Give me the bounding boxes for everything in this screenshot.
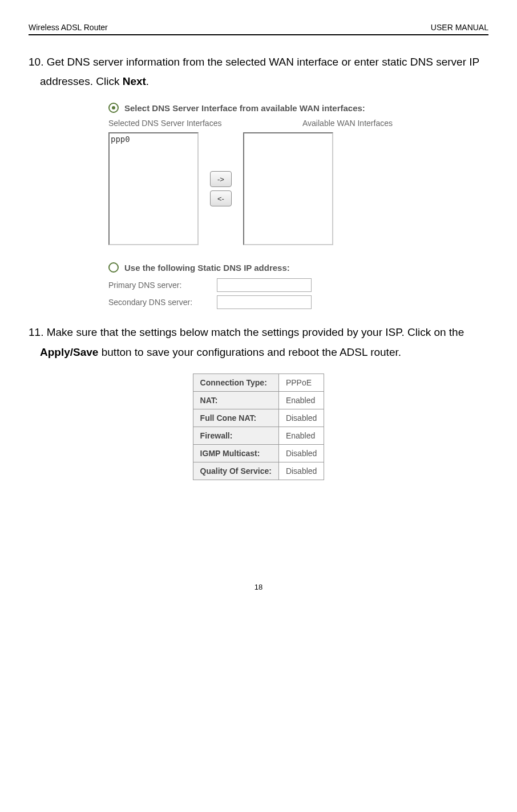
step-bold: Apply/Save xyxy=(40,346,98,358)
setting-value: Disabled xyxy=(278,409,324,427)
dns-screenshot: Select DNS Server Interface from availab… xyxy=(108,103,488,245)
primary-dns-input[interactable] xyxy=(217,278,312,292)
primary-dns-label: Primary DNS server: xyxy=(108,281,217,290)
table-row: Connection Type:PPPoE xyxy=(193,373,324,391)
header-divider xyxy=(29,34,488,35)
step-text-after: button to save your configurations and r… xyxy=(98,346,401,358)
table-row: IGMP Multicast:Disabled xyxy=(193,444,324,462)
radio-selected-icon xyxy=(108,103,119,113)
move-left-button[interactable]: <- xyxy=(210,190,232,206)
table-row: NAT:Enabled xyxy=(193,391,324,409)
setting-value: Disabled xyxy=(278,444,324,462)
setting-label: Connection Type: xyxy=(193,373,278,391)
table-row: Firewall:Enabled xyxy=(193,427,324,444)
secondary-dns-input[interactable] xyxy=(217,295,312,309)
list-item[interactable]: ppp0 xyxy=(111,135,196,144)
step-number: 10. xyxy=(29,56,43,68)
setting-label: Firewall: xyxy=(193,427,278,444)
step-10: 10. Get DNS server information from the … xyxy=(40,52,488,91)
page-footer: 18 xyxy=(29,583,488,591)
header-right: USER MANUAL xyxy=(431,23,488,32)
setting-label: Full Cone NAT: xyxy=(193,409,278,427)
column-labels: Selected DNS Server Interfaces Available… xyxy=(108,119,488,128)
step-bold: Next xyxy=(123,75,146,87)
secondary-dns-label: Secondary DNS server: xyxy=(108,298,217,307)
radio-2-label: Use the following Static DNS IP address: xyxy=(124,263,290,273)
secondary-dns-row: Secondary DNS server: xyxy=(108,295,488,309)
arrow-buttons: -> <- xyxy=(210,171,232,206)
radio-option-2[interactable]: Use the following Static DNS IP address: xyxy=(108,262,488,273)
setting-value: Enabled xyxy=(278,427,324,444)
setting-label: IGMP Multicast: xyxy=(193,444,278,462)
static-dns-section: Use the following Static DNS IP address:… xyxy=(108,262,488,309)
move-right-button[interactable]: -> xyxy=(210,171,232,187)
radio-option-1[interactable]: Select DNS Server Interface from availab… xyxy=(108,103,488,113)
step-text: Get DNS server information from the sele… xyxy=(40,56,479,87)
table-row: Full Cone NAT:Disabled xyxy=(193,409,324,427)
selected-interfaces-label: Selected DNS Server Interfaces xyxy=(108,119,302,128)
setting-label: NAT: xyxy=(193,391,278,409)
settings-table: Connection Type:PPPoENAT:EnabledFull Con… xyxy=(193,373,325,480)
setting-value: Disabled xyxy=(278,462,324,480)
listboxes-row: ppp0 -> <- xyxy=(108,132,488,245)
radio-1-label: Select DNS Server Interface from availab… xyxy=(124,103,365,113)
page-header: Wireless ADSL Router USER MANUAL xyxy=(29,23,488,32)
step-text: Make sure that the settings below match … xyxy=(47,326,465,338)
primary-dns-row: Primary DNS server: xyxy=(108,278,488,292)
radio-unselected-icon xyxy=(108,262,119,273)
available-listbox[interactable] xyxy=(243,132,333,245)
step-number: 11. xyxy=(29,326,43,338)
step-11: 11. Make sure that the settings below ma… xyxy=(40,323,488,362)
setting-value: PPPoE xyxy=(278,373,324,391)
table-row: Quality Of Service:Disabled xyxy=(193,462,324,480)
page-number: 18 xyxy=(255,583,262,591)
setting-label: Quality Of Service: xyxy=(193,462,278,480)
setting-value: Enabled xyxy=(278,391,324,409)
step-text-after: . xyxy=(146,75,149,87)
selected-listbox[interactable]: ppp0 xyxy=(108,132,199,245)
available-interfaces-label: Available WAN Interfaces xyxy=(302,119,393,128)
header-left: Wireless ADSL Router xyxy=(29,23,108,32)
